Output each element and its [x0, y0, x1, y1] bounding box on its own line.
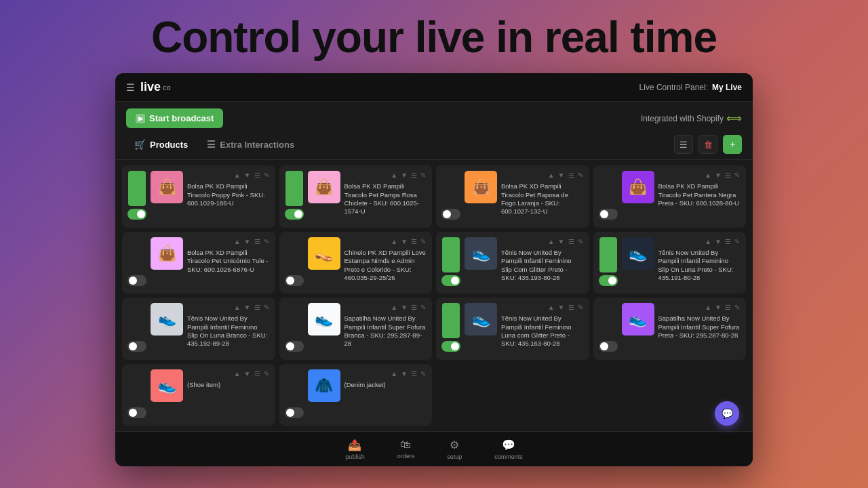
- up-icon[interactable]: ▲: [704, 237, 712, 246]
- toggle-switch[interactable]: [127, 209, 146, 220]
- nav-item-orders[interactable]: 🛍 orders: [397, 439, 415, 460]
- up-icon[interactable]: ▲: [233, 237, 241, 246]
- toggle-switch[interactable]: [599, 275, 618, 286]
- toggle-switch[interactable]: [127, 341, 146, 352]
- down-icon[interactable]: ▼: [557, 171, 566, 180]
- shopify-icon: ⟺: [726, 112, 742, 125]
- toggle-switch[interactable]: [127, 407, 146, 418]
- product-info: ▲ ▼ ☰ ✎ Tênis Now United By Pampili Infa…: [501, 237, 584, 282]
- delete-button[interactable]: 🗑: [698, 135, 717, 154]
- nav-item-setup[interactable]: ⚙ setup: [447, 439, 462, 460]
- up-icon[interactable]: ▲: [233, 303, 241, 312]
- list-icon[interactable]: ☰: [724, 171, 732, 180]
- product-toggle-area: [441, 237, 460, 286]
- edit-icon[interactable]: ✎: [420, 171, 427, 180]
- up-icon[interactable]: ▲: [547, 171, 555, 180]
- product-image: 👟: [151, 369, 183, 402]
- product-card: 👡 ▲ ▼ ☰ ✎ Chinelo PK XD Pampili Love Est…: [279, 232, 433, 294]
- down-icon[interactable]: ▼: [243, 171, 252, 180]
- list-icon[interactable]: ☰: [724, 303, 732, 312]
- product-image: 👡: [308, 237, 340, 270]
- product-card: 👟 ▲ ▼ ☰ ✎ (Shoe item): [122, 364, 275, 426]
- nav-label-comments: comments: [494, 453, 523, 460]
- list-icon[interactable]: ☰: [254, 237, 261, 246]
- list-icon[interactable]: ☰: [254, 369, 261, 378]
- product-name: Chinelo PK XD Pampili Love Estampa Nimds…: [344, 249, 427, 282]
- up-icon[interactable]: ▲: [390, 171, 398, 180]
- edit-icon[interactable]: ✎: [734, 303, 741, 312]
- down-icon[interactable]: ▼: [243, 369, 252, 378]
- list-icon[interactable]: ☰: [410, 369, 418, 378]
- toggle-switch[interactable]: [127, 275, 146, 286]
- edit-icon[interactable]: ✎: [263, 369, 270, 378]
- down-icon[interactable]: ▼: [557, 303, 566, 312]
- list-icon[interactable]: ☰: [568, 303, 575, 312]
- product-card: 👟 ▲ ▼ ☰ ✎ Tênis Now United By Pampili In…: [593, 232, 747, 294]
- toggle-switch[interactable]: [441, 275, 460, 286]
- down-icon[interactable]: ▼: [714, 171, 722, 180]
- down-icon[interactable]: ▼: [714, 303, 722, 312]
- toggle-switch[interactable]: [599, 209, 618, 220]
- start-broadcast-button[interactable]: ▶ Start broadcast: [126, 108, 223, 128]
- edit-icon[interactable]: ✎: [734, 237, 741, 246]
- down-icon[interactable]: ▼: [400, 237, 408, 246]
- up-icon[interactable]: ▲: [233, 369, 241, 378]
- nav-icon-publish: 📤: [348, 439, 361, 451]
- edit-icon[interactable]: ✎: [263, 237, 270, 246]
- nav-item-publish[interactable]: 📤 publish: [345, 439, 365, 460]
- up-icon[interactable]: ▲: [704, 303, 712, 312]
- toggle-switch[interactable]: [285, 341, 304, 352]
- add-button[interactable]: ＋: [723, 135, 742, 154]
- list-icon[interactable]: ☰: [254, 171, 261, 180]
- up-icon[interactable]: ▲: [233, 171, 241, 180]
- up-icon[interactable]: ▲: [390, 237, 398, 246]
- edit-icon[interactable]: ✎: [734, 171, 741, 180]
- edit-icon[interactable]: ✎: [577, 303, 584, 312]
- tab-extra-interactions[interactable]: ☰ Extra Interactions: [199, 136, 302, 153]
- down-icon[interactable]: ▼: [243, 237, 252, 246]
- list-icon[interactable]: ☰: [724, 237, 732, 246]
- toggle-switch[interactable]: [285, 407, 304, 418]
- down-icon[interactable]: ▼: [400, 369, 408, 378]
- toggle-knob: [129, 277, 137, 285]
- toggle-switch[interactable]: [441, 341, 460, 352]
- list-icon[interactable]: ☰: [568, 171, 575, 180]
- edit-icon[interactable]: ✎: [420, 303, 427, 312]
- down-icon[interactable]: ▼: [557, 237, 566, 246]
- toggle-switch[interactable]: [599, 341, 618, 352]
- product-actions: ▲ ▼ ☰ ✎: [501, 237, 584, 246]
- up-icon[interactable]: ▲: [390, 369, 398, 378]
- product-toggle-area: [441, 303, 460, 352]
- toggle-switch[interactable]: [441, 209, 460, 220]
- toggle-switch[interactable]: [285, 209, 304, 220]
- list-view-button[interactable]: ☰: [674, 135, 693, 154]
- up-icon[interactable]: ▲: [547, 237, 555, 246]
- down-icon[interactable]: ▼: [400, 171, 408, 180]
- toggle-switch[interactable]: [285, 275, 304, 286]
- list-icon[interactable]: ☰: [568, 237, 575, 246]
- edit-icon[interactable]: ✎: [263, 303, 270, 312]
- edit-icon[interactable]: ✎: [577, 171, 584, 180]
- edit-icon[interactable]: ✎: [420, 237, 427, 246]
- active-indicator: [285, 369, 303, 405]
- list-icon[interactable]: ☰: [410, 303, 418, 312]
- product-actions: ▲ ▼ ☰ ✎: [658, 171, 741, 180]
- list-icon[interactable]: ☰: [410, 237, 418, 246]
- list-icon[interactable]: ☰: [410, 171, 418, 180]
- edit-icon[interactable]: ✎: [577, 237, 584, 246]
- down-icon[interactable]: ▼: [400, 303, 408, 312]
- menu-icon[interactable]: ☰: [126, 82, 135, 93]
- list-icon[interactable]: ☰: [254, 303, 261, 312]
- edit-icon[interactable]: ✎: [263, 171, 270, 180]
- up-icon[interactable]: ▲: [547, 303, 555, 312]
- nav-item-comments[interactable]: 💬 comments: [494, 439, 523, 460]
- up-icon[interactable]: ▲: [390, 303, 398, 312]
- down-icon[interactable]: ▼: [714, 237, 722, 246]
- tab-products[interactable]: 🛒 Products: [126, 136, 196, 153]
- down-icon[interactable]: ▼: [243, 303, 252, 312]
- product-card: 👟 ▲ ▼ ☰ ✎ Sapatilha Now United By Pampil…: [279, 298, 433, 360]
- tabs-right: ☰ 🗑 ＋: [674, 135, 742, 154]
- up-icon[interactable]: ▲: [704, 171, 712, 180]
- product-image: 👟: [465, 303, 497, 336]
- edit-icon[interactable]: ✎: [420, 369, 427, 378]
